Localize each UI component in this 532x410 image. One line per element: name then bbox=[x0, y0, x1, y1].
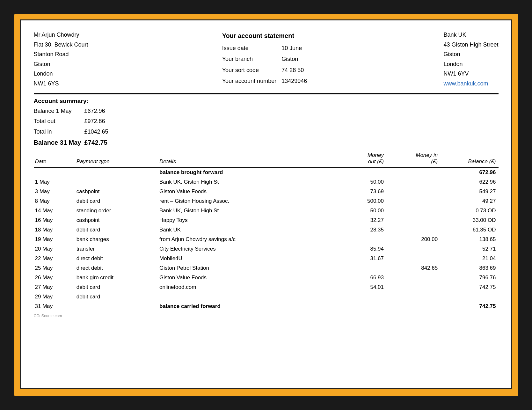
header-divider bbox=[34, 93, 499, 94]
table-row: 14 Maystanding orderBank UK, Giston High… bbox=[34, 206, 499, 216]
summary-value-balance1: £672.96 bbox=[84, 106, 111, 116]
summary-row-totalin: Total in £1042.65 bbox=[34, 127, 112, 137]
cell-moneyout bbox=[332, 167, 386, 178]
label-sort: Your sort code bbox=[222, 65, 279, 76]
cell-balance: 796.76 bbox=[440, 273, 498, 282]
transactions-table: Date Payment type Details Moneyout (£) M… bbox=[34, 150, 499, 311]
table-row: 25 Maydirect debitGiston Petrol Station8… bbox=[34, 263, 499, 273]
cell-balance: 863.69 bbox=[440, 263, 498, 273]
summary-title: Account summary: bbox=[34, 98, 499, 105]
watermark: CGnSource.com bbox=[34, 314, 499, 318]
cell-details: Giston Value Foods bbox=[158, 273, 332, 282]
col-header-moneyout: Moneyout (£) bbox=[332, 150, 386, 167]
cell-details: Giston Value Foods bbox=[158, 187, 332, 196]
cell-payment: debit card bbox=[75, 292, 158, 302]
cell-moneyin bbox=[386, 216, 440, 225]
table-row: 22 Maydirect debitMobile4U31.6721.04 bbox=[34, 254, 499, 263]
cell-moneyout bbox=[332, 263, 386, 273]
cell-moneyin bbox=[386, 282, 440, 292]
table-row: 27 Maydebit cardonlinefood.com54.01742.7… bbox=[34, 282, 499, 292]
cell-payment: bank charges bbox=[75, 235, 158, 244]
cell-moneyin bbox=[386, 167, 440, 178]
cell-details bbox=[158, 292, 332, 302]
account-summary: Account summary: Balance 1 May £672.96 T… bbox=[34, 98, 499, 149]
cell-moneyin bbox=[386, 273, 440, 282]
table-row: 26 Maybank giro creditGiston Value Foods… bbox=[34, 273, 499, 282]
summary-value-totalout: £972.86 bbox=[84, 116, 111, 127]
cell-date: 20 May bbox=[34, 244, 75, 254]
cell-date: 8 May bbox=[34, 196, 75, 206]
cell-details: Giston Petrol Station bbox=[158, 263, 332, 273]
cell-details: Bank UK, Giston High St bbox=[158, 177, 332, 187]
col-header-date: Date bbox=[34, 150, 75, 167]
statement-title: Your account statement bbox=[222, 30, 310, 41]
cell-payment: debit card bbox=[75, 282, 158, 292]
cell-details: rent – Giston Housing Assoc. bbox=[158, 196, 332, 206]
table-row: 31 Maybalance carried forward742.75 bbox=[34, 302, 499, 311]
cell-balance: 49.27 bbox=[440, 196, 498, 206]
cell-moneyout bbox=[332, 235, 386, 244]
customer-name: Mr Arjun Chowdry bbox=[34, 30, 88, 40]
cell-moneyout: 31.67 bbox=[332, 254, 386, 263]
cell-payment: cashpoint bbox=[75, 187, 158, 196]
cell-details: balance brought forward bbox=[158, 167, 332, 178]
table-header-row: Date Payment type Details Moneyout (£) M… bbox=[34, 150, 499, 167]
cell-payment: direct debit bbox=[75, 254, 158, 263]
label-issue: Issue date bbox=[222, 43, 279, 54]
cell-payment bbox=[75, 302, 158, 311]
cell-balance: 742.75 bbox=[440, 302, 498, 311]
cell-date: 14 May bbox=[34, 206, 75, 216]
bank-website[interactable]: www.bankuk.com bbox=[443, 79, 498, 89]
cell-moneyout: 66.93 bbox=[332, 273, 386, 282]
customer-address: Mr Arjun Chowdry Flat 30, Bewick Court S… bbox=[34, 30, 88, 89]
cell-moneyout: 85.94 bbox=[332, 244, 386, 254]
cell-moneyin: 200.00 bbox=[386, 235, 440, 244]
cell-moneyout: 32.27 bbox=[332, 216, 386, 225]
table-row: 1 MayBank UK, Giston High St50.00622.96 bbox=[34, 177, 499, 187]
summary-value-totalin: £1042.65 bbox=[84, 127, 111, 137]
table-row: 29 Maydebit card bbox=[34, 292, 499, 302]
label-account: Your account number bbox=[222, 76, 279, 86]
col-header-payment: Payment type bbox=[75, 150, 158, 167]
cell-details: onlinefood.com bbox=[158, 282, 332, 292]
value-issue: 10 June bbox=[279, 43, 310, 54]
summary-label-totalout: Total out bbox=[34, 116, 84, 127]
cell-date: 18 May bbox=[34, 225, 75, 235]
cell-moneyin bbox=[386, 244, 440, 254]
cell-details: from Arjun Chowdry savings a/c bbox=[158, 235, 332, 244]
statement-field-account: Your account number 13429946 bbox=[222, 76, 310, 86]
bank-statement: Mr Arjun Chowdry Flat 30, Bewick Court S… bbox=[20, 19, 512, 389]
cell-date: 1 May bbox=[34, 177, 75, 187]
summary-table: Balance 1 May £672.96 Total out £972.86 … bbox=[34, 106, 112, 149]
cell-payment: standing order bbox=[75, 206, 158, 216]
cell-payment bbox=[75, 177, 158, 187]
cell-balance: 742.75 bbox=[440, 282, 498, 292]
cell-moneyin bbox=[386, 177, 440, 187]
cell-balance: 0.73 OD bbox=[440, 206, 498, 216]
cell-payment: bank giro credit bbox=[75, 273, 158, 282]
cell-payment: cashpoint bbox=[75, 216, 158, 225]
col-header-details: Details bbox=[158, 150, 332, 167]
bank-address: Bank UK 43 Giston High Street Giston Lon… bbox=[443, 30, 498, 89]
statement-field-sort: Your sort code 74 28 50 bbox=[222, 65, 310, 76]
header-section: Mr Arjun Chowdry Flat 30, Bewick Court S… bbox=[34, 30, 499, 89]
cell-moneyout: 50.00 bbox=[332, 177, 386, 187]
cell-balance: 549.27 bbox=[440, 187, 498, 196]
cell-details: Happy Toys bbox=[158, 216, 332, 225]
cell-details: Bank UK, Giston High St bbox=[158, 206, 332, 216]
outer-frame: Mr Arjun Chowdry Flat 30, Bewick Court S… bbox=[14, 14, 518, 396]
bank-name: Bank UK bbox=[443, 30, 498, 40]
cell-moneyin: 842.65 bbox=[386, 263, 440, 273]
summary-row-totalout: Total out £972.86 bbox=[34, 116, 112, 127]
cell-moneyin bbox=[386, 302, 440, 311]
cell-payment: debit card bbox=[75, 225, 158, 235]
customer-line5: NW1 6YS bbox=[34, 79, 88, 89]
table-row: 16 MaycashpointHappy Toys32.2733.00 OD bbox=[34, 216, 499, 225]
summary-label-totalin: Total in bbox=[34, 127, 84, 137]
cell-date: 22 May bbox=[34, 254, 75, 263]
bank-website-link[interactable]: www.bankuk.com bbox=[443, 80, 488, 87]
customer-line3: Giston bbox=[34, 59, 88, 69]
cell-moneyout: 54.01 bbox=[332, 282, 386, 292]
summary-value-balance31: £742.75 bbox=[84, 137, 111, 148]
cell-moneyout bbox=[332, 302, 386, 311]
